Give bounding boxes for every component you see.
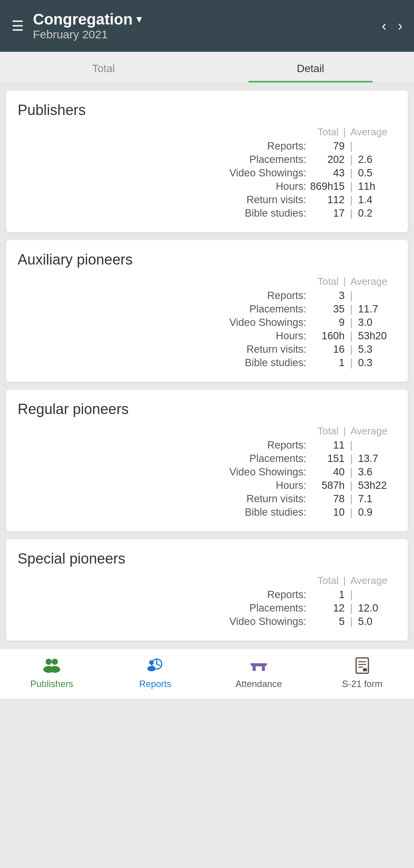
stat-sep: |: [345, 207, 358, 219]
sp-header-avg: Average: [350, 575, 396, 587]
stat-row: Bible studies:17|0.2: [18, 207, 396, 219]
nav-attendance[interactable]: Attendance: [207, 656, 310, 689]
header-congregation: Congregation ▾: [33, 11, 141, 28]
tab-detail[interactable]: Detail: [207, 52, 414, 82]
stat-sep: |: [345, 602, 358, 614]
nav-reports-label: Reports: [139, 679, 171, 689]
prev-arrow[interactable]: ‹: [382, 18, 386, 34]
stat-row: Reports:1|: [18, 589, 396, 601]
publishers-title: Publishers: [18, 102, 396, 118]
stat-total: 202: [306, 154, 345, 166]
header: ☰ Congregation ▾ February 2021 ‹ ›: [0, 0, 414, 52]
stat-total: 79: [306, 140, 345, 152]
stat-row: Reports:11|: [18, 439, 396, 451]
stat-sep: |: [345, 616, 358, 628]
dropdown-icon[interactable]: ▾: [136, 13, 141, 25]
svg-point-3: [49, 666, 60, 673]
hamburger-icon[interactable]: ☰: [12, 18, 24, 34]
publishers-header-total: Total: [277, 126, 338, 138]
svg-point-8: [147, 666, 156, 671]
stat-row: Video Showings:5|5.0: [18, 616, 396, 628]
stat-row: Video Showings:40|3.6: [18, 466, 396, 478]
svg-rect-11: [262, 666, 265, 671]
regular-pioneers-card: Regular pioneers Total | Average Reports…: [6, 390, 408, 531]
stat-label: Placements:: [249, 453, 306, 465]
stat-sep: |: [345, 167, 358, 179]
stat-avg: 53h20: [358, 330, 396, 342]
stat-total: 5: [306, 616, 345, 628]
auxiliary-pioneers-card: Auxiliary pioneers Total | Average Repor…: [6, 240, 408, 382]
stat-sep: |: [345, 154, 358, 166]
stat-label: Return visits:: [246, 493, 306, 505]
stat-label: Hours:: [276, 181, 306, 192]
stat-total: 40: [306, 466, 345, 478]
stat-avg: 5.3: [358, 344, 396, 355]
nav-attendance-label: Attendance: [235, 679, 282, 689]
stat-label: Hours:: [276, 480, 306, 492]
regular-pioneers-title: Regular pioneers: [18, 401, 396, 418]
stat-avg: 13.7: [358, 453, 396, 465]
stat-sep: |: [345, 589, 358, 601]
doc-icon: [352, 656, 372, 676]
special-pioneers-title: Special pioneers: [18, 551, 396, 567]
stat-avg: 53h22: [358, 480, 396, 492]
next-arrow[interactable]: ›: [398, 18, 402, 34]
aux-header-avg: Average: [350, 276, 396, 288]
stat-total: 12: [306, 602, 345, 614]
stat-row: Video Showings:43|0.5: [18, 167, 396, 179]
reg-header-avg: Average: [350, 425, 396, 437]
stat-total: 587h: [306, 480, 345, 492]
main-content: Publishers Total | Average Reports:79|Pl…: [0, 83, 414, 648]
stat-sep: |: [345, 330, 358, 342]
svg-rect-10: [253, 666, 256, 671]
stat-label: Video Showings:: [229, 167, 306, 179]
stat-label: Placements:: [249, 602, 306, 614]
stat-row: Placements:35|11.7: [18, 303, 396, 315]
stat-label: Bible studies:: [245, 506, 306, 518]
stat-sep: |: [345, 493, 358, 505]
auxiliary-pioneers-title: Auxiliary pioneers: [18, 252, 396, 268]
auxiliary-rows: Reports:3|Placements:35|11.7Video Showin…: [18, 290, 396, 369]
stat-label: Return visits:: [246, 344, 306, 355]
regular-rows: Reports:11|Placements:151|13.7Video Show…: [18, 439, 396, 518]
auxiliary-pioneers-stats: Total | Average Reports:3|Placements:35|…: [18, 276, 396, 369]
nav-reports[interactable]: Reports: [104, 656, 207, 689]
stat-row: Video Showings:9|3.0: [18, 317, 396, 329]
stat-sep: |: [345, 303, 358, 315]
header-title-block: Congregation ▾ February 2021: [33, 11, 141, 41]
header-left: ☰ Congregation ▾ February 2021: [12, 11, 141, 41]
svg-rect-12: [250, 663, 267, 665]
stat-sep: |: [345, 194, 358, 206]
tabs-bar: Total Detail: [0, 52, 414, 83]
stat-row: Bible studies:10|0.9: [18, 506, 396, 518]
stat-total: 3: [306, 290, 345, 302]
stat-row: Hours:160h|53h20: [18, 330, 396, 342]
clock-person-icon: [145, 656, 165, 676]
stat-row: Hours:869h15|11h: [18, 181, 396, 192]
svg-rect-17: [363, 668, 367, 671]
stat-row: Reports:3|: [18, 290, 396, 302]
stat-avg: 1.4: [358, 194, 396, 206]
stat-row: Bible studies:1|0.3: [18, 357, 396, 369]
stat-total: 17: [306, 207, 345, 219]
stat-sep: |: [345, 317, 358, 329]
tab-total[interactable]: Total: [0, 52, 207, 82]
stat-sep: |: [345, 506, 358, 518]
stat-avg: 0.3: [358, 357, 396, 369]
stat-label: Video Showings:: [229, 317, 306, 329]
stat-avg: 0.5: [358, 167, 396, 179]
stat-avg: 0.9: [358, 506, 396, 518]
stat-row: Placements:12|12.0: [18, 602, 396, 614]
stat-label: Bible studies:: [245, 357, 306, 369]
stat-row: Return visits:78|7.1: [18, 493, 396, 505]
seats-icon: [249, 656, 269, 676]
nav-s21form-label: S-21 form: [342, 679, 382, 689]
stat-avg: 7.1: [358, 493, 396, 505]
stat-total: 869h15: [306, 181, 345, 192]
publishers-card: Publishers Total | Average Reports:79|Pl…: [6, 90, 408, 232]
nav-publishers[interactable]: Publishers: [0, 656, 104, 689]
stat-avg: 0.2: [358, 207, 396, 219]
nav-s21form[interactable]: S-21 form: [310, 656, 414, 689]
sp-header-total: Total: [277, 575, 338, 587]
svg-point-7: [149, 660, 154, 665]
